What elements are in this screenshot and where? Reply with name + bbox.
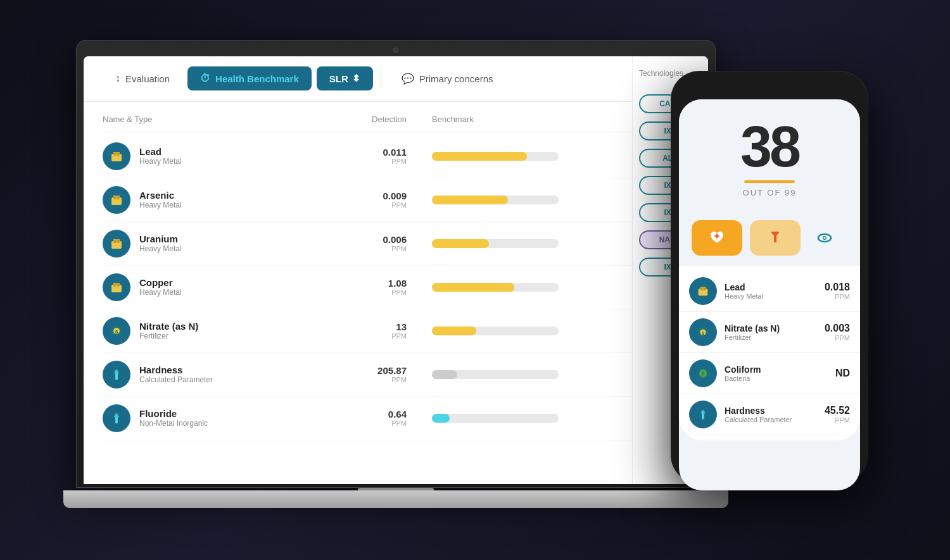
contaminant-info-fluoride: Fluoride Non-Metal Inorganic: [103, 404, 305, 432]
evaluation-label: Evaluation: [125, 73, 170, 84]
lead-type: Heavy Metal: [139, 157, 182, 166]
fluoride-bar: [432, 414, 559, 423]
nitrate-icon: $: [103, 317, 130, 345]
phone-lead-icon: [689, 277, 717, 305]
phone-lead-type: Heavy Metal: [725, 292, 817, 300]
svg-point-33: [701, 409, 705, 413]
table-row: Lead Heavy Metal 0.011 PPM: [103, 135, 689, 178]
uranium-bar: [432, 239, 559, 248]
laptop-camera: [393, 47, 398, 53]
fluoride-name: Fluoride: [139, 408, 208, 419]
contaminant-info-arsenic: Arsenic Heavy Metal: [103, 186, 305, 214]
hardness-bar: [432, 370, 559, 379]
laptop-screen-outer: ↕ Evaluation ⏱ Health Benchmark SLR ⬍: [76, 40, 716, 488]
nitrate-type: Fertilizer: [139, 332, 198, 340]
contaminant-info-uranium: Uranium Heavy Metal: [103, 230, 305, 258]
copper-icon: [103, 273, 130, 301]
tab-slr[interactable]: SLR ⬍: [317, 66, 373, 90]
svg-point-6: [114, 196, 116, 198]
lead-name: Lead: [139, 146, 182, 157]
svg-point-26: [700, 287, 702, 289]
tab-primary-concerns[interactable]: 💬 Primary concerns: [389, 66, 506, 91]
laptop-table: Name & Type Detection Benchmark: [84, 102, 708, 484]
tab-health-benchmark[interactable]: ⏱ Health Benchmark: [187, 66, 312, 90]
action-buttons: [679, 210, 860, 266]
svg-point-2: [114, 152, 116, 154]
svg-point-7: [118, 196, 120, 198]
scene: ↕ Evaluation ⏱ Health Benchmark SLR ⬍: [32, 21, 918, 540]
nitrate-unit: PPM: [305, 332, 432, 340]
chat-icon: 💬: [402, 73, 414, 85]
contaminant-info-copper: Copper Heavy Metal: [103, 273, 305, 301]
svg-text:$: $: [115, 329, 118, 335]
phone-coliform-name: Coliform: [725, 364, 828, 375]
tab-evaluation[interactable]: ↕ Evaluation: [103, 66, 182, 90]
nitrate-name: Nitrate (as N): [139, 321, 198, 332]
contaminant-info-nitrate: $ Nitrate (as N) Fertilizer: [103, 317, 305, 345]
fluoride-unit: PPM: [305, 420, 432, 427]
copper-type: Heavy Metal: [139, 288, 182, 297]
contaminant-info-lead: Lead Heavy Metal: [103, 142, 305, 170]
phone-hardness-info: Hardness Calculated Parameter: [725, 406, 817, 423]
arsenic-icon: [103, 186, 130, 214]
svg-point-14: [114, 283, 116, 285]
heart-button[interactable]: [692, 220, 742, 256]
uranium-type: Heavy Metal: [139, 244, 182, 253]
phone-hardness-icon: [689, 401, 717, 428]
gauge-icon: ⏱: [200, 73, 210, 84]
uranium-icon: [103, 230, 130, 258]
svg-point-23: [824, 237, 826, 239]
sort-icon: ↕: [115, 73, 120, 84]
table-row: Fluoride Non-Metal Inorganic 0.64 PPM: [103, 397, 689, 440]
svg-point-10: [114, 240, 116, 242]
laptop-body: [63, 490, 728, 508]
svg-point-32: [701, 371, 705, 375]
copper-name: Copper: [139, 277, 182, 288]
list-item: $ Nitrate (as N) Fertilizer 0.003 PPM: [679, 312, 860, 353]
contaminant-info-hardness: Hardness Calculated Parameter: [103, 361, 305, 389]
nitrate-bar: [432, 327, 559, 335]
svg-text:$: $: [702, 330, 704, 335]
score-bar: [744, 180, 795, 183]
arsenic-type: Heavy Metal: [139, 201, 182, 209]
filter-button[interactable]: [750, 220, 801, 256]
table-row: $ Nitrate (as N) Fertilizer 13 PPM: [103, 309, 689, 353]
hardness-name: Hardness: [139, 364, 213, 375]
phone-lead-value: 0.018 PPM: [825, 282, 850, 301]
laptop-nav: ↕ Evaluation ⏱ Health Benchmark SLR ⬍: [84, 56, 708, 102]
uranium-name: Uranium: [139, 233, 182, 244]
phone-hardness-name: Hardness: [725, 406, 817, 416]
phone-screen-inner: 38 OUT OF 99: [679, 99, 860, 490]
col-header-detection: Detection: [305, 115, 432, 124]
tech-col-header: Technologies: [639, 69, 683, 78]
phone-nitrate-icon: $: [689, 318, 717, 346]
primary-concerns-label: Primary concerns: [419, 73, 493, 84]
phone-notch: [732, 79, 808, 94]
table-row: Hardness Calculated Parameter 205.87 PPM: [103, 353, 689, 397]
phone-coliform-info: Coliform Bacteria: [725, 364, 828, 382]
arsenic-unit: PPM: [305, 201, 432, 209]
laptop-screen: ↕ Evaluation ⏱ Health Benchmark SLR ⬍: [84, 56, 708, 484]
eye-button[interactable]: [811, 224, 839, 252]
phone-nitrate-value: 0.003 PPM: [825, 323, 850, 342]
phone-lead-info: Lead Heavy Metal: [725, 282, 817, 300]
list-item: Lead Heavy Metal 0.018 PPM: [679, 271, 860, 312]
svg-point-3: [118, 152, 120, 154]
copper-detection: 1.08: [305, 278, 432, 289]
uranium-detection: 0.006: [305, 234, 432, 245]
hardness-icon: [103, 361, 130, 389]
phone-lead-name: Lead: [725, 282, 817, 292]
lead-unit: PPM: [305, 158, 432, 165]
phone-screen: 38 OUT OF 99: [679, 99, 860, 490]
score-number: 38: [692, 118, 847, 175]
lead-detection: 0.011: [305, 147, 432, 158]
svg-point-11: [118, 240, 120, 242]
col-header-name: Name & Type: [103, 115, 305, 124]
phone-list: Lead Heavy Metal 0.018 PPM $: [679, 266, 860, 440]
score-section: 38 OUT OF 99: [679, 99, 860, 210]
phone-nitrate-type: Fertilizer: [725, 333, 817, 341]
phone-coliform-icon: [689, 359, 717, 387]
hardness-detection: 205.87: [305, 365, 432, 376]
hardness-type: Calculated Parameter: [139, 375, 213, 384]
copper-unit: PPM: [305, 289, 432, 296]
